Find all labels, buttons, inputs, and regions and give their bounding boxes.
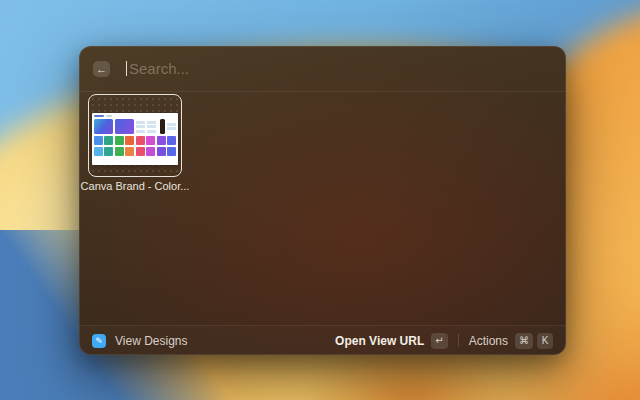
search-header: ← [79, 46, 566, 92]
hero-swatches [94, 119, 134, 134]
return-key-icon: ↵ [431, 333, 447, 349]
canva-pen-icon: ✎ [92, 334, 106, 348]
footer-divider [458, 334, 459, 347]
launcher-window: ← Canva Brand - Color... ✎ View Designs [79, 46, 566, 355]
dark-swatch [160, 119, 165, 134]
open-view-url-button[interactable]: Open View URL ↵ [335, 333, 448, 349]
grid-item-title: Canva Brand - Color... [79, 180, 191, 192]
thumb-header-bars [94, 115, 176, 117]
actions-label: Actions [469, 334, 508, 348]
primary-action-label: Open View URL [335, 334, 424, 348]
back-arrow-icon: ← [96, 63, 107, 75]
text-caret [126, 61, 127, 76]
search-input[interactable] [129, 60, 552, 77]
command-key-icon: ⌘ [515, 333, 533, 349]
command-label: View Designs [115, 334, 187, 348]
thumb-text-block [136, 119, 145, 134]
footer-actions: Open View URL ↵ Actions ⌘ K [335, 333, 553, 349]
swatch-row-2 [94, 136, 176, 145]
k-key-icon: K [537, 333, 553, 349]
thumb-hero-row [94, 119, 176, 134]
design-thumbnail [92, 113, 178, 165]
grid-item-canva-design[interactable] [88, 94, 182, 177]
swatch-row-3 [94, 147, 176, 156]
back-button[interactable]: ← [93, 61, 110, 77]
thumb-text-block [167, 119, 176, 134]
actions-button[interactable]: Actions ⌘ K [469, 333, 553, 349]
thumb-text-block [147, 119, 156, 134]
footer-bar: ✎ View Designs Open View URL ↵ Actions ⌘… [79, 325, 566, 355]
